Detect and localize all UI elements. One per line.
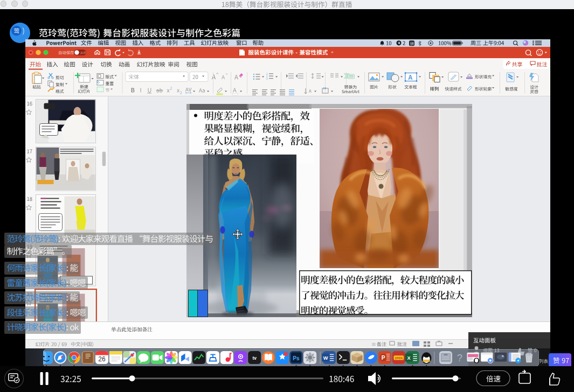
- svg-text:Ps: Ps: [293, 355, 300, 361]
- svg-text:P: P: [382, 355, 385, 361]
- svg-text:W: W: [323, 355, 328, 361]
- svg-text:?: ?: [457, 352, 462, 363]
- svg-text:OPEN: OPEN: [395, 356, 403, 359]
- svg-text:X: X: [407, 355, 411, 361]
- svg-text:26: 26: [98, 355, 106, 363]
- svg-text:tv: tv: [253, 355, 257, 361]
